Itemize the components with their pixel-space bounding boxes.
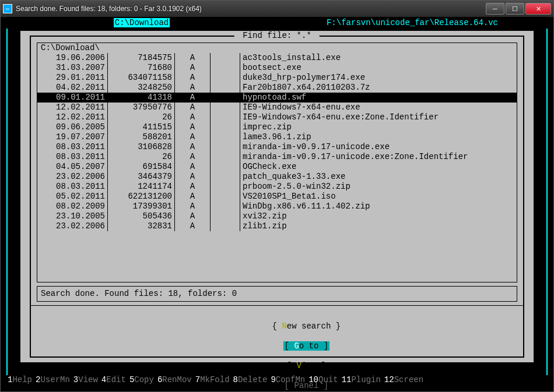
- row-filename: zlib1.zip: [240, 221, 517, 231]
- row-filename: IE9-Windows7-x64-enu.exe:Zone.Identifier: [240, 112, 517, 122]
- new-search-button[interactable]: { New search }: [272, 322, 341, 331]
- result-row[interactable]: 29.01.2011634071158Aduke3d_hrp-polymer17…: [37, 73, 517, 83]
- keybar-item-2[interactable]: 2UserMn: [36, 375, 70, 386]
- row-filename: hypnotoad.swf: [240, 93, 517, 103]
- row-attr: A: [175, 73, 211, 83]
- keybar-item-10[interactable]: 10Quit: [308, 375, 338, 386]
- row-spacer: [211, 112, 240, 122]
- keybar-item-11[interactable]: 11Plugin: [342, 375, 381, 386]
- panel-border-left: [6, 29, 8, 375]
- result-row[interactable]: 19.07.2007588201Alame3.96.1.zip: [37, 132, 517, 142]
- result-row[interactable]: 09.06.2005411515Aimprec.zip: [37, 122, 517, 132]
- row-spacer: [211, 192, 240, 202]
- row-attr: A: [175, 192, 211, 202]
- result-row[interactable]: 05.02.2011622131200AVS2010SP1_Beta1.iso: [37, 192, 517, 202]
- row-date: 23.02.2006: [37, 172, 108, 182]
- row-spacer: [211, 53, 240, 63]
- left-panel-path: C:\Download: [114, 18, 170, 27]
- row-attr: A: [175, 83, 211, 93]
- row-attr: A: [175, 202, 211, 211]
- result-row[interactable]: 23.02.200632831Azlib1.zip: [37, 221, 517, 231]
- result-row[interactable]: 31.03.200771680Abootsect.exe: [37, 63, 517, 73]
- row-filename: patch_quake3-1.33.exe: [240, 172, 517, 182]
- result-row[interactable]: 19.06.20067184575Aac3tools_install.exe: [37, 53, 517, 63]
- keybar-item-6[interactable]: 6RenMov: [157, 375, 192, 386]
- row-date: 08.02.2009: [37, 202, 108, 211]
- result-row[interactable]: 08.03.20113106828Amiranda-im-v0.9.17-uni…: [37, 142, 517, 152]
- view-button[interactable]: [ View ]: [287, 361, 326, 370]
- row-filename: prboom-2.5.0-win32.zip: [240, 182, 517, 192]
- row-attr: A: [175, 172, 211, 182]
- console-area: C:\Download F:\farsvn\unicode_far\Releas…: [6, 17, 548, 386]
- status-box: Search done. Found files: 18, folders: 0: [37, 286, 517, 302]
- row-size: 3106828: [108, 142, 175, 152]
- row-filename: Far20b1807.x64.20110203.7z: [240, 83, 517, 93]
- row-size: 3248250: [108, 83, 175, 93]
- titlebar[interactable]: ▭ Search done. Found files: 18, folders:…: [1, 1, 553, 17]
- row-date: 19.07.2007: [37, 132, 108, 142]
- row-spacer: [211, 132, 240, 142]
- keybar-item-9[interactable]: 9ConfMn: [271, 375, 305, 386]
- row-date: 31.03.2007: [37, 63, 108, 73]
- results-list[interactable]: C:\Download\ 19.06.20067184575Aac3tools_…: [37, 43, 517, 282]
- row-filename: ac3tools_install.exe: [240, 53, 517, 63]
- row-filename: imprec.zip: [240, 122, 517, 132]
- row-date: 29.01.2011: [37, 73, 108, 83]
- row-attr: A: [175, 142, 211, 152]
- row-attr: A: [175, 93, 211, 103]
- keybar-item-12[interactable]: 12Screen: [384, 375, 423, 386]
- right-panel-path: F:\farsvn\unicode_far\Release.64.vc: [327, 18, 498, 27]
- row-date: 08.03.2011: [37, 152, 108, 162]
- row-attr: A: [175, 63, 211, 73]
- row-date: 05.02.2011: [37, 192, 108, 202]
- keybar-item-4[interactable]: 4Edit: [101, 375, 126, 386]
- minimize-button[interactable]: ─: [486, 3, 504, 15]
- row-size: 691584: [108, 162, 175, 172]
- find-file-dialog: Find file: *.* C:\Download\ 19.06.200671…: [20, 31, 534, 362]
- keybar-item-7[interactable]: 7MkFold: [195, 375, 230, 386]
- result-row[interactable]: 04.02.20113248250AFar20b1807.x64.2011020…: [37, 83, 517, 93]
- result-row[interactable]: 12.02.201137950776AIE9-Windows7-x64-enu.…: [37, 103, 517, 112]
- goto-button[interactable]: [ Go to ]: [283, 341, 330, 351]
- keybar-item-8[interactable]: 8Delete: [233, 375, 268, 386]
- row-spacer: [211, 152, 240, 162]
- row-date: 08.03.2011: [37, 142, 108, 152]
- row-size: 3464379: [108, 172, 175, 182]
- row-spacer: [211, 172, 240, 182]
- row-spacer: [211, 162, 240, 172]
- result-row[interactable]: 04.05.2007691584AOGCheck.exe: [37, 162, 517, 172]
- row-date: 04.02.2011: [37, 83, 108, 93]
- result-row[interactable]: 12.02.201126AIE9-Windows7-x64-enu.exe:Zo…: [37, 112, 517, 122]
- row-filename: bootsect.exe: [240, 63, 517, 73]
- row-attr: A: [175, 112, 211, 122]
- result-row[interactable]: 23.02.20063464379Apatch_quake3-1.33.exe: [37, 172, 517, 182]
- keybar-item-1[interactable]: 1Help: [8, 375, 32, 386]
- left-panel-tab[interactable]: C:\Download: [6, 18, 277, 29]
- row-filename: VS2010SP1_Beta1.iso: [240, 192, 517, 202]
- result-row[interactable]: 08.03.20111241174Aprboom-2.5.0-win32.zip: [37, 182, 517, 192]
- keybar-item-3[interactable]: 3View: [73, 375, 98, 386]
- window-title: Search done. Found files: 18, folders: 0…: [16, 5, 486, 13]
- row-filename: lame3.96.1.zip: [240, 132, 517, 142]
- keybar: 1Help2UserMn3View4Edit5Copy6RenMov7MkFol…: [6, 375, 548, 386]
- row-spacer: [211, 202, 240, 211]
- row-attr: A: [175, 53, 211, 63]
- result-row[interactable]: 08.02.200917399301AWinDbg.x86.v6.11.1.40…: [37, 202, 517, 211]
- right-panel-tab[interactable]: F:\farsvn\unicode_far\Release.64.vc: [277, 18, 548, 29]
- app-window: ▭ Search done. Found files: 18, folders:…: [0, 0, 554, 392]
- row-date: 23.10.2005: [37, 211, 108, 221]
- result-row[interactable]: 23.10.2005505436Axvi32.zip: [37, 211, 517, 221]
- row-size: 26: [108, 112, 175, 122]
- panel-tabs: C:\Download F:\farsvn\unicode_far\Releas…: [6, 18, 548, 29]
- row-filename: duke3d_hrp-polymer174.exe: [240, 73, 517, 83]
- result-row[interactable]: 08.03.201126Amiranda-im-v0.9.17-unicode.…: [37, 152, 517, 162]
- maximize-button[interactable]: ☐: [506, 3, 524, 15]
- close-button[interactable]: ✕: [525, 3, 551, 15]
- row-attr: A: [175, 221, 211, 231]
- keybar-item-5[interactable]: 5Copy: [129, 375, 154, 386]
- row-attr: A: [175, 132, 211, 142]
- dialog-title: Find file: *.*: [234, 31, 320, 41]
- row-spacer: [211, 221, 240, 231]
- result-row[interactable]: 09.01.201141318Ahypnotoad.swf: [37, 93, 517, 103]
- row-size: 1241174: [108, 182, 175, 192]
